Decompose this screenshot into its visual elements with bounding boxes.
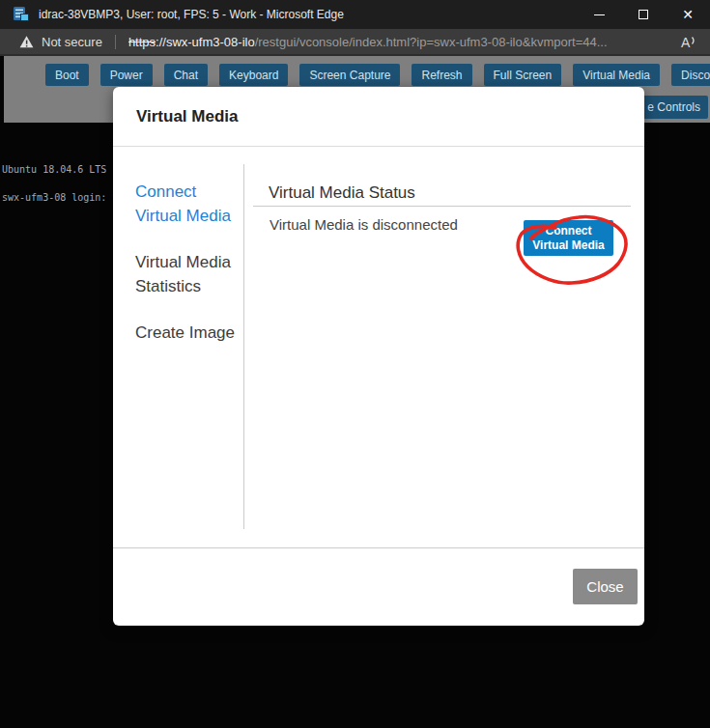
url-path: /restgui/vconsole/index.html?ip=swx-ufm3… — [255, 35, 608, 49]
not-secure-label[interactable]: Not secure — [42, 35, 102, 49]
edge-window: idrac-38VBMP3, User: root, FPS: 5 - Work… — [0, 0, 710, 728]
window-title: idrac-38VBMP3, User: root, FPS: 5 - Work… — [39, 8, 344, 21]
sidebar-item-create-image[interactable]: Create Image — [135, 321, 243, 345]
close-dialog-button[interactable]: Close — [573, 569, 638, 604]
heading-rule — [253, 206, 631, 207]
maximize-icon — [639, 10, 648, 19]
minimize-icon — [594, 14, 605, 15]
svg-text:A: A — [681, 35, 691, 50]
screen-capture-button[interactable]: Screen Capture — [299, 64, 400, 86]
virtual-media-dialog: Virtual Media Connect Virtual Media Virt… — [113, 87, 644, 626]
terminal-line: Ubuntu 18.04.6 LTS sw — [2, 164, 124, 175]
console-toolbar: Boot Power Chat Keyboard Screen Capture … — [45, 64, 710, 86]
address-divider — [115, 35, 116, 49]
url-text[interactable]: https://swx-ufm3-08-ilo/restgui/vconsole… — [128, 35, 608, 49]
url-host: ://swx-ufm3-08-ilo — [156, 35, 255, 49]
connect-button-line1: Connect — [546, 224, 592, 238]
power-button[interactable]: Power — [100, 64, 153, 86]
chat-button[interactable]: Chat — [164, 64, 208, 86]
refresh-button[interactable]: Refresh — [412, 64, 471, 86]
url-scheme: https — [128, 35, 156, 49]
sidebar-item-virtual-media-statistics[interactable]: Virtual Media Statistics — [135, 250, 243, 298]
disconnect-viewer-button[interactable]: Disconnect Viewer — [671, 64, 710, 86]
boot-button[interactable]: Boot — [45, 64, 89, 86]
window-titlebar: idrac-38VBMP3, User: root, FPS: 5 - Work… — [0, 0, 710, 29]
footer-divider — [113, 547, 644, 548]
virtual-media-status-text: Virtual Media is disconnected — [270, 216, 458, 233]
address-bar[interactable]: Not secure https://swx-ufm3-08-ilo/restg… — [0, 29, 710, 56]
virtual-media-status-heading: Virtual Media Status — [269, 183, 415, 203]
window-controls: ✕ — [577, 0, 710, 29]
maximize-button[interactable] — [621, 0, 666, 29]
warning-icon — [19, 35, 34, 49]
minimize-button[interactable] — [577, 0, 621, 29]
full-screen-button[interactable]: Full Screen — [484, 64, 562, 86]
dialog-sidebar: Connect Virtual Media Virtual Media Stat… — [135, 180, 243, 367]
read-aloud-icon[interactable]: A — [679, 33, 698, 52]
close-window-button[interactable]: ✕ — [666, 0, 710, 29]
virtual-media-button[interactable]: Virtual Media — [573, 64, 660, 86]
connect-button-line2: Virtual Media — [532, 238, 604, 252]
sidebar-divider — [243, 164, 244, 529]
sidebar-item-connect-virtual-media[interactable]: Connect Virtual Media — [135, 180, 243, 228]
terminal-line: swx-ufm3-08 login: ^] — [2, 192, 124, 203]
dialog-title: Virtual Media — [136, 107, 239, 126]
dialog-header: Virtual Media — [113, 87, 644, 147]
idrac-favicon-icon — [13, 6, 30, 23]
keyboard-button[interactable]: Keyboard — [219, 64, 288, 86]
connect-virtual-media-button[interactable]: Connect Virtual Media — [524, 220, 613, 256]
close-icon: ✕ — [682, 8, 694, 21]
